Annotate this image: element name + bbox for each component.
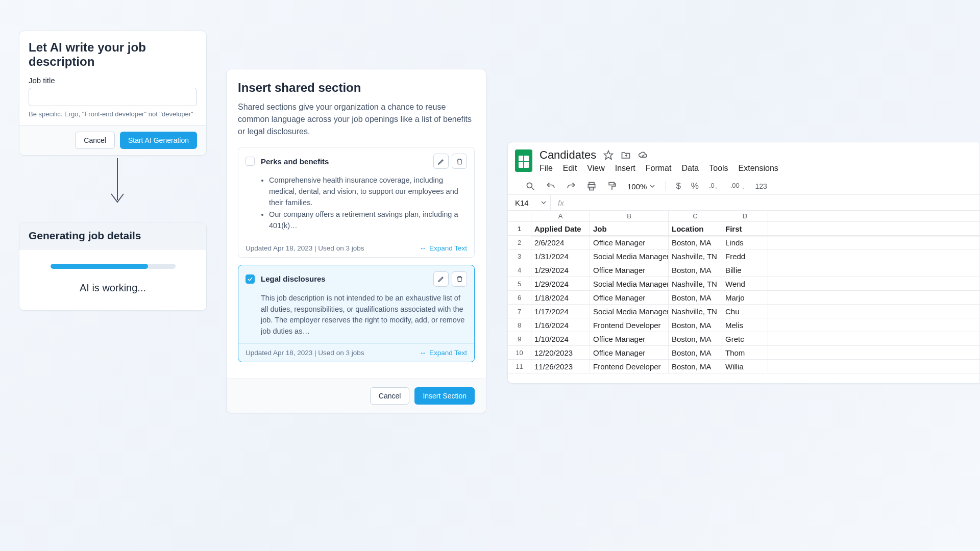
row-number[interactable]: 7 (508, 305, 531, 318)
row-number[interactable]: 10 (508, 346, 531, 359)
row-number[interactable]: 3 (508, 249, 531, 263)
zoom-dropdown[interactable]: 100% (627, 182, 655, 191)
star-icon[interactable] (603, 150, 614, 160)
move-folder-icon[interactable] (621, 150, 631, 160)
cell[interactable]: 1/29/2024 (531, 277, 590, 290)
cell[interactable]: Gretc (722, 332, 768, 345)
cell[interactable]: 12/20/2023 (531, 346, 590, 359)
cell[interactable]: Boston, MA (669, 291, 722, 304)
cancel-button[interactable]: Cancel (370, 387, 410, 405)
menu-file[interactable]: File (540, 164, 553, 173)
start-ai-generation-button[interactable]: Start AI Generation (120, 132, 197, 149)
cell[interactable]: Nashville, TN (669, 305, 722, 318)
trash-icon[interactable] (452, 271, 467, 287)
column-header[interactable]: C (669, 211, 722, 221)
insert-section-button[interactable]: Insert Section (414, 387, 475, 405)
percent-format-icon[interactable]: % (691, 181, 699, 191)
cell[interactable]: Office Manager (590, 346, 669, 359)
cell[interactable]: Willia (722, 360, 768, 373)
cancel-button[interactable]: Cancel (75, 132, 115, 149)
menu-format[interactable]: Format (646, 164, 672, 173)
menu-tools[interactable]: Tools (709, 164, 728, 173)
document-name[interactable]: Candidates (540, 148, 596, 162)
cell[interactable]: Nashville, TN (669, 277, 722, 290)
cell[interactable]: 2/6/2024 (531, 236, 590, 249)
redo-icon[interactable] (566, 181, 576, 191)
cell[interactable]: 1/29/2024 (531, 263, 590, 277)
cell[interactable]: 1/17/2024 (531, 305, 590, 318)
decrease-decimal-icon[interactable]: .0← (709, 182, 720, 191)
checkbox-perks[interactable] (246, 157, 255, 166)
cell[interactable]: Office Manager (590, 263, 669, 277)
menu-insert[interactable]: Insert (615, 164, 635, 173)
cell[interactable]: Linds (722, 236, 768, 249)
spreadsheet-grid[interactable]: A B C D 1 Applied Date Job Location Firs… (508, 211, 979, 373)
cell[interactable]: 1/10/2024 (531, 332, 590, 345)
row-number[interactable]: 5 (508, 277, 531, 290)
cell[interactable]: Melis (722, 318, 768, 332)
job-title-input[interactable] (29, 88, 197, 106)
search-icon[interactable] (525, 181, 535, 191)
menu-view[interactable]: View (587, 164, 604, 173)
column-header[interactable]: D (722, 211, 768, 221)
cell[interactable]: Boston, MA (669, 332, 722, 345)
edit-icon[interactable] (433, 154, 449, 169)
column-header[interactable]: A (531, 211, 590, 221)
column-header[interactable]: B (590, 211, 669, 221)
row-number[interactable]: 9 (508, 332, 531, 345)
cell[interactable]: Social Media Manager (590, 249, 669, 263)
row-number[interactable]: 8 (508, 318, 531, 332)
select-all-corner[interactable] (508, 211, 531, 221)
edit-icon[interactable] (433, 271, 449, 287)
expand-text-link[interactable]: ↔Expand Text (419, 244, 467, 252)
undo-icon[interactable] (546, 181, 556, 191)
menu-edit[interactable]: Edit (563, 164, 577, 173)
cell[interactable]: Location (669, 222, 722, 235)
cell[interactable]: Boston, MA (669, 318, 722, 332)
cell[interactable]: Boston, MA (669, 236, 722, 249)
cell[interactable]: Thom (722, 346, 768, 359)
cell[interactable]: Office Manager (590, 291, 669, 304)
cell[interactable]: Boston, MA (669, 263, 722, 277)
cloud-saved-icon[interactable] (638, 150, 648, 160)
cell[interactable]: Boston, MA (669, 360, 722, 373)
cell[interactable]: Billie (722, 263, 768, 277)
cell[interactable]: Office Manager (590, 332, 669, 345)
cell[interactable]: Fredd (722, 249, 768, 263)
cell[interactable]: Nashville, TN (669, 249, 722, 263)
number-format-icon[interactable]: 123 (755, 182, 767, 190)
cell[interactable]: Marjo (722, 291, 768, 304)
cell[interactable]: First (722, 222, 768, 235)
increase-decimal-icon[interactable]: .00→ (730, 182, 745, 191)
cell[interactable]: Applied Date (531, 222, 590, 235)
menu-extensions[interactable]: Extensions (739, 164, 778, 173)
paint-format-icon[interactable] (607, 181, 617, 191)
expand-text-link[interactable]: ↔Expand Text (419, 349, 467, 357)
cell[interactable]: Boston, MA (669, 346, 722, 359)
row-number[interactable]: 4 (508, 263, 531, 277)
cell[interactable]: Frontend Developer (590, 318, 669, 332)
cell[interactable]: 1/31/2024 (531, 249, 590, 263)
cell[interactable]: 1/16/2024 (531, 318, 590, 332)
shared-section-legal[interactable]: Legal disclosures This job description i… (238, 265, 475, 362)
cell[interactable]: Social Media Manager (590, 277, 669, 290)
cell[interactable]: 1/18/2024 (531, 291, 590, 304)
row-number[interactable]: 6 (508, 291, 531, 304)
cell[interactable]: Frontend Developer (590, 360, 669, 373)
checkbox-legal[interactable] (246, 274, 255, 284)
row-number[interactable]: 11 (508, 360, 531, 373)
cell[interactable]: Wend (722, 277, 768, 290)
row-number[interactable]: 2 (508, 236, 531, 249)
shared-section-perks[interactable]: Perks and benefits Comprehensive health … (238, 147, 475, 258)
row-number[interactable]: 1 (508, 222, 531, 235)
currency-format-icon[interactable]: $ (676, 181, 680, 191)
cell[interactable]: Chu (722, 305, 768, 318)
trash-icon[interactable] (452, 154, 467, 169)
cell[interactable]: 11/26/2023 (531, 360, 590, 373)
cell[interactable]: Job (590, 222, 669, 235)
print-icon[interactable] (586, 181, 597, 191)
menu-data[interactable]: Data (681, 164, 699, 173)
cell[interactable]: Office Manager (590, 236, 669, 249)
name-box[interactable]: K14 (508, 195, 551, 210)
cell[interactable]: Social Media Manager (590, 305, 669, 318)
